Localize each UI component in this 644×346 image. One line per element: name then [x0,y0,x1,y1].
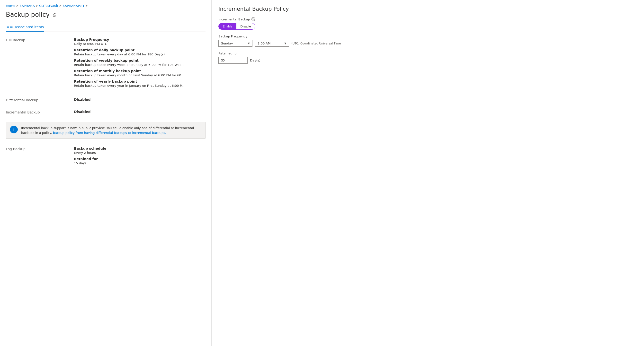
time-dropdown[interactable]: 2:00 AM ▼ [255,40,289,47]
day-dropdown-value: Sunday [221,41,233,45]
field-value-weekly: Retain backup taken every week on Sunday… [74,63,206,66]
field-label-weekly: Retention of weekly backup point [74,58,206,62]
time-dropdown-arrow: ▼ [284,42,286,45]
full-backup-section: Full Backup Backup Frequency Daily at 6:… [6,38,206,90]
full-backup-yearly-retention: Retention of yearly backup point Retain … [74,79,206,87]
toggle-group: Enable Disable [218,23,637,30]
tab-label-associated: Associated items [15,25,44,29]
log-backup-schedule: Backup schedule Every 2 hours [74,146,206,155]
left-panel: Home > SAPHANA > CLITestVault > SAPHANAP… [0,0,212,346]
field-label-yearly: Retention of yearly backup point [74,79,206,83]
full-backup-label: Full Backup [6,38,74,90]
breadcrumb-clitestvault[interactable]: CLITestVault [39,4,58,7]
info-link[interactable]: backup policy from having differential b… [53,131,166,135]
print-icon[interactable]: 🖨 [52,12,56,17]
tabs-bar: ≡≡ Associated items [6,22,206,32]
page-title: Backup policy [6,11,50,18]
log-retained-label: Retained for [74,157,206,161]
frequency-dropdowns: Sunday ▼ 2:00 AM ▼ (UTC) Coordinated Uni… [218,40,637,47]
disable-toggle[interactable]: Disable [236,23,255,30]
retained-for-label: Retained for [218,51,637,55]
log-backup-label: Log Backup [6,146,74,167]
log-backup-retained: Retained for 15 days [74,157,206,165]
full-backup-weekly-retention: Retention of weekly backup point Retain … [74,58,206,66]
time-dropdown-value: 2:00 AM [258,41,270,45]
field-value-daily: Retain backup taken every day at 6:00 PM… [74,52,206,56]
backup-frequency-section: Backup Frequency Sunday ▼ 2:00 AM ▼ (UTC… [218,34,637,47]
retained-input[interactable] [218,57,248,64]
backup-frequency-text: Backup Frequency [218,34,247,38]
full-backup-content: Backup Frequency Daily at 6:00 PM UTC Re… [74,38,206,90]
breadcrumb: Home > SAPHANA > CLITestVault > SAPHANAP… [6,4,206,7]
day-dropdown-arrow: ▼ [248,42,250,45]
differential-backup-section: Differential Backup Disabled [6,98,206,102]
day-dropdown[interactable]: Sunday ▼ [218,40,252,47]
incremental-backup-text: Incremental Backup [218,17,250,21]
differential-backup-content: Disabled [74,98,206,102]
breadcrumb-home[interactable]: Home [6,4,15,7]
retained-for-section: Retained for Day(s) [218,51,637,64]
field-label-daily: Retention of daily backup point [74,48,206,52]
incremental-backup-rp-label: Incremental Backup ⓘ [218,17,637,21]
full-backup-frequency: Backup Frequency Daily at 6:00 PM UTC [74,38,206,46]
info-icon: i [10,126,18,133]
backup-frequency-label: Backup Frequency [218,34,637,38]
field-value-monthly: Retain backup taken every month on First… [74,73,206,77]
log-backup-content: Backup schedule Every 2 hours Retained f… [74,146,206,167]
incremental-info-tip[interactable]: ⓘ [252,17,255,21]
info-banner: i Incremental backup support is now in p… [6,122,206,139]
field-value-frequency: Daily at 6:00 PM UTC [74,42,206,46]
breadcrumb-policy[interactable]: SAPHANAPol1 [63,4,85,7]
retained-for-text: Retained for [218,51,238,55]
log-backup-section: Log Backup Backup schedule Every 2 hours… [6,146,206,167]
timezone-label: (UTC) Coordinated Universal Time [291,42,341,45]
tab-icon-associated: ≡≡ [6,24,13,29]
incremental-disabled: Disabled [74,110,206,114]
incremental-backup-label: Incremental Backup [6,110,74,114]
log-schedule-value: Every 2 hours [74,151,206,155]
field-value-yearly: Retain backup taken every year in Januar… [74,84,206,87]
log-retained-value: 15 days [74,161,206,165]
right-panel: Incremental Backup Policy Incremental Ba… [212,0,644,346]
enable-toggle[interactable]: Enable [218,23,236,30]
incremental-backup-content: Disabled [74,110,206,114]
incremental-backup-section: Incremental Backup Disabled [6,110,206,114]
info-banner-text: Incremental backup support is now in pub… [21,126,201,135]
differential-disabled: Disabled [74,98,206,102]
tab-associated-items[interactable]: ≡≡ Associated items [6,22,44,31]
field-label-monthly: Retention of monthly backup point [74,69,206,73]
incremental-toggle-section: Incremental Backup ⓘ Enable Disable [218,17,637,30]
breadcrumb-saphana[interactable]: SAPHANA [20,4,35,7]
retained-unit: Day(s) [250,58,260,62]
log-schedule-label: Backup schedule [74,146,206,150]
page-title-row: Backup policy 🖨 [6,11,206,18]
full-backup-monthly-retention: Retention of monthly backup point Retain… [74,69,206,77]
field-label-frequency: Backup Frequency [74,38,206,41]
differential-backup-label: Differential Backup [6,98,74,102]
retained-row: Day(s) [218,57,637,64]
full-backup-daily-retention: Retention of daily backup point Retain b… [74,48,206,56]
right-panel-title: Incremental Backup Policy [218,6,637,12]
